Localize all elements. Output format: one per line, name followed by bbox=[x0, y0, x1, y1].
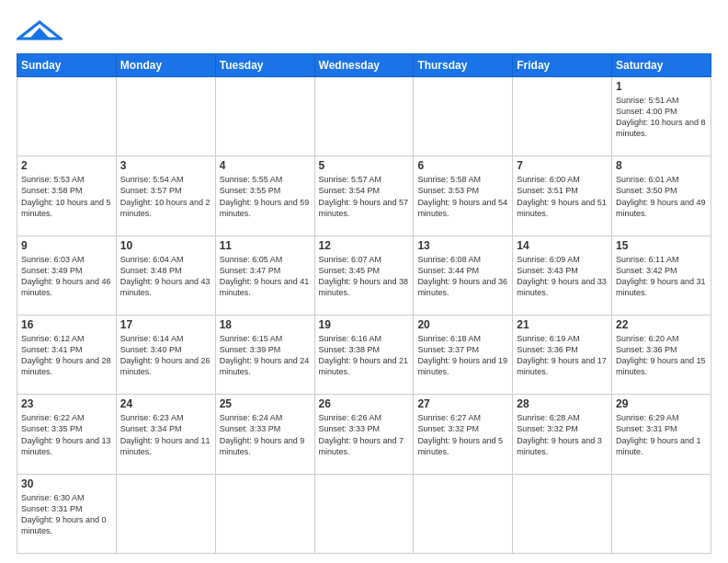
day-info: Sunrise: 6:09 AM Sunset: 3:43 PM Dayligh… bbox=[517, 254, 608, 299]
day-info: Sunrise: 6:00 AM Sunset: 3:51 PM Dayligh… bbox=[517, 174, 608, 219]
weekday-header-row: SundayMondayTuesdayWednesdayThursdayFrid… bbox=[17, 54, 711, 77]
calendar-cell: 24Sunrise: 6:23 AM Sunset: 3:34 PM Dayli… bbox=[116, 395, 215, 474]
day-number: 10 bbox=[120, 239, 211, 252]
weekday-header-friday: Friday bbox=[513, 54, 612, 77]
day-info: Sunrise: 6:18 AM Sunset: 3:37 PM Dayligh… bbox=[417, 333, 508, 378]
calendar-cell bbox=[215, 77, 314, 156]
day-info: Sunrise: 6:23 AM Sunset: 3:34 PM Dayligh… bbox=[120, 412, 211, 457]
day-number: 4 bbox=[220, 159, 311, 172]
weekday-header-wednesday: Wednesday bbox=[314, 54, 414, 77]
day-number: 27 bbox=[417, 397, 508, 410]
calendar-cell bbox=[513, 77, 612, 156]
day-number: 19 bbox=[319, 318, 410, 331]
page: SundayMondayTuesdayWednesdayThursdayFrid… bbox=[0, 0, 728, 563]
day-number: 20 bbox=[417, 318, 508, 331]
day-info: Sunrise: 6:01 AM Sunset: 3:50 PM Dayligh… bbox=[616, 174, 707, 219]
day-number: 1 bbox=[616, 80, 707, 93]
week-row-5: 30Sunrise: 6:30 AM Sunset: 3:31 PM Dayli… bbox=[17, 474, 711, 553]
day-number: 3 bbox=[120, 159, 211, 172]
day-number: 23 bbox=[21, 397, 112, 410]
calendar-cell bbox=[17, 77, 117, 156]
day-info: Sunrise: 6:07 AM Sunset: 3:45 PM Dayligh… bbox=[319, 254, 410, 299]
logo-graphic bbox=[17, 20, 63, 40]
day-number: 26 bbox=[319, 397, 410, 410]
day-info: Sunrise: 6:24 AM Sunset: 3:33 PM Dayligh… bbox=[220, 412, 311, 457]
calendar-cell bbox=[513, 474, 612, 553]
calendar-cell: 30Sunrise: 6:30 AM Sunset: 3:31 PM Dayli… bbox=[17, 474, 117, 553]
logo bbox=[17, 20, 63, 44]
day-info: Sunrise: 5:57 AM Sunset: 3:54 PM Dayligh… bbox=[319, 174, 410, 219]
calendar-cell: 10Sunrise: 6:04 AM Sunset: 3:48 PM Dayli… bbox=[116, 236, 215, 315]
day-info: Sunrise: 6:12 AM Sunset: 3:41 PM Dayligh… bbox=[21, 333, 112, 378]
weekday-header-monday: Monday bbox=[116, 54, 215, 77]
calendar-cell bbox=[215, 474, 314, 553]
day-info: Sunrise: 5:55 AM Sunset: 3:55 PM Dayligh… bbox=[220, 174, 311, 219]
day-info: Sunrise: 6:28 AM Sunset: 3:32 PM Dayligh… bbox=[517, 412, 608, 457]
day-info: Sunrise: 5:53 AM Sunset: 3:58 PM Dayligh… bbox=[21, 174, 112, 219]
day-info: Sunrise: 6:16 AM Sunset: 3:38 PM Dayligh… bbox=[319, 333, 410, 378]
day-number: 13 bbox=[417, 239, 508, 252]
calendar-cell: 19Sunrise: 6:16 AM Sunset: 3:38 PM Dayli… bbox=[314, 315, 414, 394]
weekday-header-saturday: Saturday bbox=[612, 54, 711, 77]
calendar-cell: 26Sunrise: 6:26 AM Sunset: 3:33 PM Dayli… bbox=[314, 395, 414, 474]
day-number: 7 bbox=[517, 159, 608, 172]
calendar-cell bbox=[116, 474, 215, 553]
week-row-4: 23Sunrise: 6:22 AM Sunset: 3:35 PM Dayli… bbox=[17, 395, 711, 474]
calendar-cell bbox=[116, 77, 215, 156]
calendar-cell: 15Sunrise: 6:11 AM Sunset: 3:42 PM Dayli… bbox=[612, 236, 711, 315]
calendar-table: SundayMondayTuesdayWednesdayThursdayFrid… bbox=[17, 53, 711, 554]
calendar-cell: 21Sunrise: 6:19 AM Sunset: 3:36 PM Dayli… bbox=[513, 315, 612, 394]
day-number: 18 bbox=[220, 318, 311, 331]
day-info: Sunrise: 5:51 AM Sunset: 4:00 PM Dayligh… bbox=[616, 95, 707, 140]
calendar-cell bbox=[414, 77, 513, 156]
day-info: Sunrise: 6:05 AM Sunset: 3:47 PM Dayligh… bbox=[220, 254, 311, 299]
day-number: 17 bbox=[120, 318, 211, 331]
calendar-cell bbox=[314, 77, 414, 156]
calendar-cell: 18Sunrise: 6:15 AM Sunset: 3:39 PM Dayli… bbox=[215, 315, 314, 394]
calendar-cell: 1Sunrise: 5:51 AM Sunset: 4:00 PM Daylig… bbox=[612, 77, 711, 156]
day-number: 6 bbox=[417, 159, 508, 172]
day-number: 21 bbox=[517, 318, 608, 331]
day-number: 30 bbox=[21, 477, 112, 490]
calendar-cell bbox=[314, 474, 414, 553]
weekday-header-sunday: Sunday bbox=[17, 54, 117, 77]
calendar-cell: 17Sunrise: 6:14 AM Sunset: 3:40 PM Dayli… bbox=[116, 315, 215, 394]
day-info: Sunrise: 6:29 AM Sunset: 3:31 PM Dayligh… bbox=[616, 412, 707, 457]
day-number: 2 bbox=[21, 159, 112, 172]
calendar-cell: 22Sunrise: 6:20 AM Sunset: 3:36 PM Dayli… bbox=[612, 315, 711, 394]
calendar-cell: 3Sunrise: 5:54 AM Sunset: 3:57 PM Daylig… bbox=[116, 156, 215, 236]
day-number: 25 bbox=[220, 397, 311, 410]
calendar-cell: 14Sunrise: 6:09 AM Sunset: 3:43 PM Dayli… bbox=[513, 236, 612, 315]
day-info: Sunrise: 6:20 AM Sunset: 3:36 PM Dayligh… bbox=[616, 333, 707, 378]
weekday-header-thursday: Thursday bbox=[414, 54, 513, 77]
day-info: Sunrise: 6:14 AM Sunset: 3:40 PM Dayligh… bbox=[120, 333, 211, 378]
day-info: Sunrise: 5:58 AM Sunset: 3:53 PM Dayligh… bbox=[417, 174, 508, 219]
day-info: Sunrise: 6:30 AM Sunset: 3:31 PM Dayligh… bbox=[21, 492, 112, 537]
header bbox=[17, 17, 711, 44]
calendar-cell: 6Sunrise: 5:58 AM Sunset: 3:53 PM Daylig… bbox=[414, 156, 513, 236]
day-number: 8 bbox=[616, 159, 707, 172]
calendar-cell: 16Sunrise: 6:12 AM Sunset: 3:41 PM Dayli… bbox=[17, 315, 117, 394]
day-info: Sunrise: 5:54 AM Sunset: 3:57 PM Dayligh… bbox=[120, 174, 211, 219]
calendar-cell: 8Sunrise: 6:01 AM Sunset: 3:50 PM Daylig… bbox=[612, 156, 711, 236]
day-info: Sunrise: 6:22 AM Sunset: 3:35 PM Dayligh… bbox=[21, 412, 112, 457]
day-number: 12 bbox=[319, 239, 410, 252]
day-info: Sunrise: 6:04 AM Sunset: 3:48 PM Dayligh… bbox=[120, 254, 211, 299]
day-number: 11 bbox=[220, 239, 311, 252]
day-info: Sunrise: 6:03 AM Sunset: 3:49 PM Dayligh… bbox=[21, 254, 112, 299]
day-info: Sunrise: 6:11 AM Sunset: 3:42 PM Dayligh… bbox=[616, 254, 707, 299]
day-number: 14 bbox=[517, 239, 608, 252]
day-number: 29 bbox=[616, 397, 707, 410]
calendar-cell: 23Sunrise: 6:22 AM Sunset: 3:35 PM Dayli… bbox=[17, 395, 117, 474]
day-info: Sunrise: 6:08 AM Sunset: 3:44 PM Dayligh… bbox=[417, 254, 508, 299]
calendar-cell: 29Sunrise: 6:29 AM Sunset: 3:31 PM Dayli… bbox=[612, 395, 711, 474]
day-number: 22 bbox=[616, 318, 707, 331]
day-number: 5 bbox=[319, 159, 410, 172]
calendar-cell: 27Sunrise: 6:27 AM Sunset: 3:32 PM Dayli… bbox=[414, 395, 513, 474]
calendar-cell: 2Sunrise: 5:53 AM Sunset: 3:58 PM Daylig… bbox=[17, 156, 117, 236]
calendar-cell: 13Sunrise: 6:08 AM Sunset: 3:44 PM Dayli… bbox=[414, 236, 513, 315]
day-number: 15 bbox=[616, 239, 707, 252]
day-info: Sunrise: 6:19 AM Sunset: 3:36 PM Dayligh… bbox=[517, 333, 608, 378]
day-info: Sunrise: 6:27 AM Sunset: 3:32 PM Dayligh… bbox=[417, 412, 508, 457]
week-row-1: 2Sunrise: 5:53 AM Sunset: 3:58 PM Daylig… bbox=[17, 156, 711, 236]
